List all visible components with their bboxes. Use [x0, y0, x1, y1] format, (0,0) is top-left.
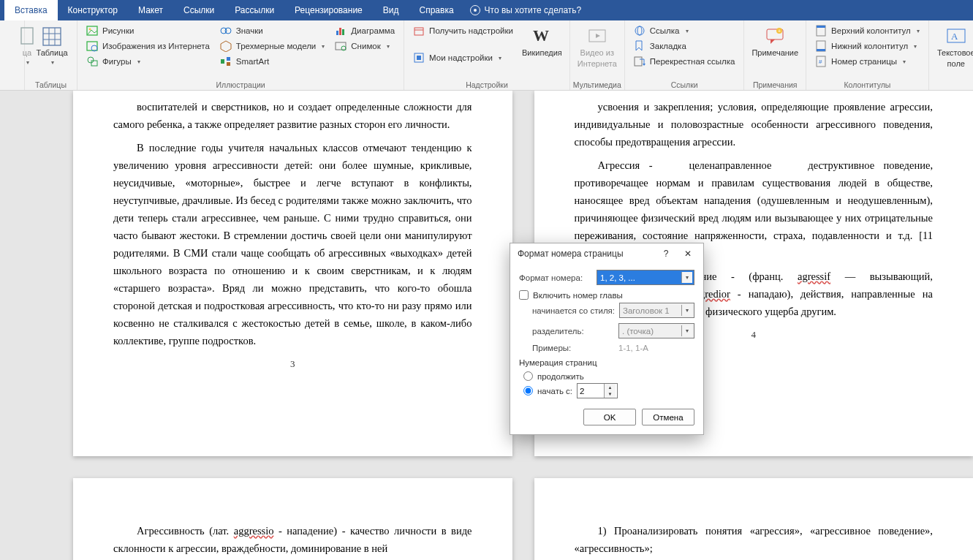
svg-marker-36: [771, 39, 775, 44]
page-number-label: Номер страницы: [831, 57, 897, 66]
body-text[interactable]: воспитателей и сверстников, но и создает…: [113, 98, 472, 133]
examples-label: Примеры:: [532, 344, 614, 352]
online-video-label-2: Интернета: [578, 59, 617, 69]
online-video-label-1: Видео из: [580, 48, 614, 58]
media-group-label: Мультимедиа: [570, 80, 624, 89]
tell-me-label: Что вы хотите сделать?: [485, 5, 582, 15]
3d-models-label: Трехмерные модели: [236, 42, 316, 50]
textbox-label-1: Текстовое: [937, 48, 973, 58]
spell-error[interactable]: agressif: [798, 270, 830, 282]
header-icon: [815, 25, 827, 37]
separator-label: разделитель:: [532, 327, 614, 336]
dialog-close-button[interactable]: ✕: [677, 245, 699, 262]
chevron-down-icon: ▾: [914, 43, 917, 50]
online-video-button[interactable]: Видео из Интернета: [576, 23, 618, 70]
page-number-text: 3: [113, 355, 472, 373]
spinner-up[interactable]: ▲: [605, 384, 616, 391]
continue-radio[interactable]: [523, 371, 533, 381]
bookmark-label: Закладка: [650, 42, 686, 50]
table-icon: [42, 26, 62, 47]
chart-button[interactable]: Диаграмма: [332, 23, 398, 38]
body-text[interactable]: усвоения и закрепления; условия, определ…: [575, 98, 934, 151]
3d-models-button[interactable]: Трехмерные модели ▾: [217, 39, 328, 53]
dialog-help-button[interactable]: ?: [655, 245, 677, 262]
footer-button[interactable]: Нижний колонтитул ▾: [812, 39, 923, 53]
tab-references[interactable]: Ссылки: [173, 0, 224, 20]
lightbulb-icon: [470, 5, 480, 15]
svg-marker-34: [643, 64, 645, 66]
body-text[interactable]: 1) Проанализировать понятия «агрессия», …: [575, 522, 934, 557]
headerfooter-group-label: Колонтитулы: [806, 80, 928, 89]
start-at-spinner[interactable]: ▲ ▼: [577, 383, 618, 398]
icons-button[interactable]: Значки: [217, 23, 328, 38]
link-button[interactable]: Ссылка ▾: [631, 23, 738, 38]
spell-error[interactable]: aggressio: [234, 525, 274, 537]
table-label: Таблица: [36, 48, 67, 58]
include-chapter-label: Включить номер главы: [533, 291, 623, 300]
online-pictures-label: Изображения из Интернета: [102, 42, 210, 50]
tab-mailings[interactable]: Рассылки: [224, 0, 284, 20]
page-number-format-dialog: Формат номера страницы ? ✕ Формат номера…: [510, 243, 704, 435]
textbox-button[interactable]: A Текстовое поле: [935, 23, 973, 70]
comment-button[interactable]: + Примечание: [750, 23, 800, 59]
body-text[interactable]: Агрессивность (лат. aggressio - нападени…: [113, 522, 472, 557]
svg-rect-26: [417, 56, 421, 60]
spinner-down[interactable]: ▼: [605, 391, 616, 398]
document-area[interactable]: воспитателей и сверстников, но и создает…: [0, 91, 973, 560]
start-at-radio[interactable]: [523, 386, 533, 396]
number-format-select[interactable]: 1, 2, 3, ... ▾: [597, 270, 694, 285]
svg-text:W: W: [533, 26, 549, 45]
chevron-down-icon: ▾: [322, 43, 325, 50]
text: целенаправленное: [689, 159, 771, 171]
ok-button[interactable]: OK: [583, 409, 636, 425]
get-addins-label: Получить надстройки: [429, 26, 513, 35]
tell-me-search[interactable]: Что вы хотите сделать?: [470, 5, 582, 15]
picture-icon: [86, 25, 98, 37]
smartart-icon: [220, 56, 232, 67]
start-at-input[interactable]: [578, 384, 604, 398]
pictures-button[interactable]: Рисунки: [83, 23, 213, 38]
page-number-button[interactable]: # Номер страницы ▾: [812, 54, 923, 69]
body-text[interactable]: В последние годы учителя начальных класс…: [113, 139, 472, 349]
svg-rect-20: [342, 29, 344, 35]
page-5[interactable]: Агрессивность (лат. aggressio - нападени…: [73, 478, 512, 560]
help-icon: ?: [664, 249, 669, 259]
get-addins-button[interactable]: Получить надстройки: [410, 23, 516, 38]
pictures-label: Рисунки: [102, 26, 134, 35]
number-format-value: 1, 2, 3, ...: [600, 273, 635, 282]
smartart-button[interactable]: SmartArt: [217, 54, 328, 69]
starts-style-label: начинается со стиля:: [532, 306, 615, 315]
tab-layout[interactable]: Макет: [128, 0, 173, 20]
bookmark-button[interactable]: Закладка: [631, 39, 738, 53]
screenshot-button[interactable]: Снимок ▾: [332, 39, 398, 53]
table-button[interactable]: Таблица ▾: [31, 23, 73, 67]
separator-value: . (точка): [622, 327, 654, 336]
svg-point-10: [88, 57, 94, 63]
page-3[interactable]: воспитателей и сверстников, но и создает…: [73, 91, 512, 456]
online-pictures-button[interactable]: Изображения из Интернета: [83, 39, 213, 53]
wikipedia-button[interactable]: W Википедия: [520, 23, 564, 59]
chevron-down-icon: ▾: [387, 43, 390, 50]
page-number-icon: #: [815, 56, 827, 67]
footer-icon: [815, 40, 827, 52]
tab-review[interactable]: Рецензирование: [284, 0, 373, 20]
include-chapter-checkbox[interactable]: [519, 290, 529, 300]
svg-marker-14: [221, 41, 231, 52]
tab-design[interactable]: Конструктор: [58, 0, 128, 20]
crossref-button[interactable]: Перекрестная ссылка: [631, 54, 738, 69]
tab-insert[interactable]: Вставка: [4, 0, 58, 20]
shapes-button[interactable]: Фигуры ▾: [83, 54, 213, 69]
page-6[interactable]: 1) Проанализировать понятия «агрессия», …: [534, 478, 974, 560]
svg-rect-42: [817, 49, 825, 51]
my-addins-button[interactable]: Мои надстройки ▾: [410, 50, 516, 65]
continue-label: продолжить: [537, 372, 584, 381]
tab-view[interactable]: Вид: [373, 0, 409, 20]
tab-help[interactable]: Справка: [409, 0, 464, 20]
cancel-button[interactable]: Отмена: [642, 409, 694, 425]
chevron-down-icon: ▾: [499, 55, 501, 61]
header-button[interactable]: Верхний колонтитул ▾: [812, 23, 923, 38]
crossref-label: Перекрестная ссылка: [650, 57, 735, 66]
tables-group-label: Таблицы: [25, 80, 77, 89]
comment-label: Примечание: [751, 48, 798, 58]
svg-point-30: [635, 26, 644, 35]
